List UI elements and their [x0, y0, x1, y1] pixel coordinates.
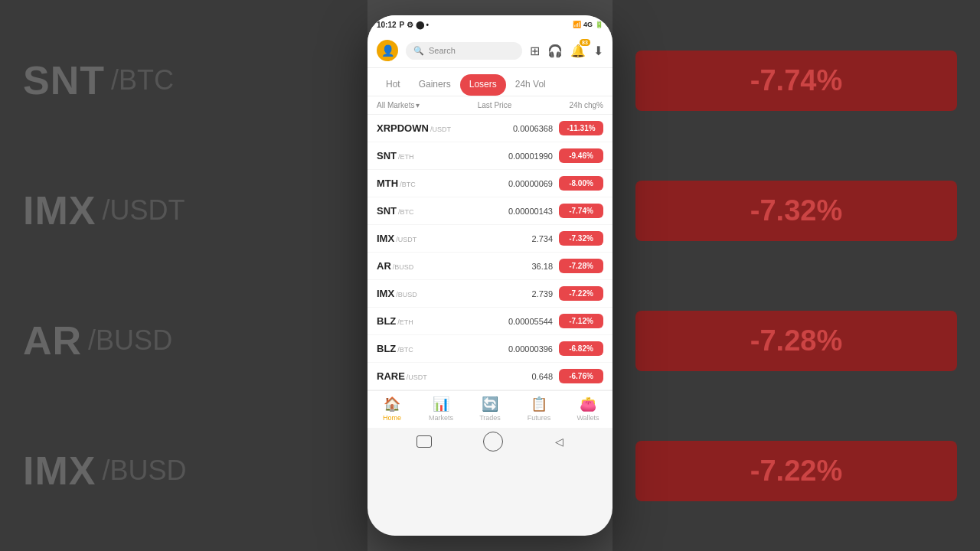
change-badge-2: -8.00% — [559, 176, 603, 191]
notification-count: 83 — [580, 39, 590, 46]
coin-name-6: IMX — [377, 288, 394, 299]
nav-item-markets[interactable]: 📊 Markets — [416, 396, 466, 422]
status-bar: 10:12 P ⚙ ⬤ • 📶 4G 🔋 — [368, 15, 612, 34]
nav-item-home[interactable]: 🏠 Home — [368, 396, 416, 422]
coin-name-7: BLZ — [377, 315, 396, 327]
last-price-1: 0.00001990 — [492, 152, 553, 161]
bg-left-item-3: AR /BUSD — [23, 318, 345, 364]
coin-pair-1: /ETH — [398, 153, 414, 161]
last-price-4: 2.734 — [492, 234, 553, 243]
market-row-7[interactable]: BLZ /ETH 0.00005544 -7.12% — [368, 308, 612, 335]
all-markets-label: All Markets — [377, 101, 414, 109]
bg-right-badge-4: -7.22% — [635, 441, 957, 501]
coin-pair-2: /BTC — [400, 181, 416, 188]
market-row-0[interactable]: XRPDOWN /USDT 0.0006368 -11.31% — [368, 115, 612, 142]
notification-bell[interactable]: 🔔 83 — [570, 44, 586, 58]
bg-left-item-2: IMX /USDT — [23, 187, 345, 233]
coin-pair-8: /BTC — [397, 346, 413, 354]
status-battery: 🔋 — [595, 21, 603, 28]
market-row-1[interactable]: SNT /ETH 0.00001990 -9.46% — [368, 142, 612, 170]
market-row-8[interactable]: BLZ /BTC 0.00000396 -6.82% — [368, 335, 612, 363]
coin-info-2: MTH /BTC — [377, 178, 492, 189]
tab-24hvol[interactable]: 24h Vol — [506, 74, 555, 96]
change-badge-3: -7.74% — [559, 204, 603, 218]
search-icon: 🔍 — [413, 46, 424, 56]
last-price-9: 0.648 — [492, 372, 553, 381]
coin-info-6: IMX /BUSD — [377, 288, 492, 299]
all-markets-filter[interactable]: All Markets ▾ — [377, 101, 420, 109]
phone-bottom-bar: ◁ — [368, 428, 612, 455]
coin-info-7: BLZ /ETH — [377, 315, 492, 327]
bg-left-item-1: SNT /BTC — [23, 57, 345, 103]
bg-right-badge-2: -7.32% — [635, 181, 957, 241]
change-badge-0: -11.31% — [559, 121, 603, 135]
last-price-0: 0.0006368 — [492, 124, 553, 133]
chevron-down-icon: ▾ — [416, 101, 420, 109]
tab-hot[interactable]: Hot — [377, 74, 410, 96]
tab-losers[interactable]: Losers — [460, 74, 506, 96]
recent-button[interactable]: ◁ — [555, 435, 564, 448]
market-row-6[interactable]: IMX /BUSD 2.739 -7.22% — [368, 280, 612, 308]
nav-item-wallets[interactable]: 👛 Wallets — [564, 396, 612, 422]
last-price-2: 0.00000069 — [492, 179, 553, 188]
tab-gainers[interactable]: Gainers — [410, 74, 460, 96]
coin-info-3: SNT /BTC — [377, 205, 492, 217]
nav-label-home: Home — [383, 414, 401, 422]
sub-header: All Markets ▾ Last Price 24h chg% — [368, 96, 612, 115]
market-row-2[interactable]: MTH /BTC 0.00000069 -8.00% — [368, 170, 612, 197]
headset-icon[interactable]: 🎧 — [547, 44, 563, 58]
home-button[interactable] — [483, 432, 503, 452]
bg-right-badge-3: -7.28% — [635, 311, 957, 371]
change-badge-6: -7.22% — [559, 286, 603, 301]
nav-item-trades[interactable]: 🔄 Trades — [466, 396, 514, 422]
phone-frame: 10:12 P ⚙ ⬤ • 📶 4G 🔋 👤 🔍 Search ⊞ 🎧 🔔 83… — [368, 15, 612, 536]
change-badge-5: -7.28% — [559, 259, 603, 273]
market-row-4[interactable]: IMX /USDT 2.734 -7.32% — [368, 225, 612, 253]
search-bar[interactable]: 🔍 Search — [406, 42, 522, 60]
coin-name-9: RARE — [377, 370, 405, 382]
grid-icon[interactable]: ⊞ — [530, 44, 540, 58]
nav-label-markets: Markets — [429, 414, 453, 422]
bottom-nav: 🏠 Home 📊 Markets 🔄 Trades 📋 Futures 👛 Wa… — [368, 390, 612, 428]
market-row-5[interactable]: AR /BUSD 36.18 -7.28% — [368, 253, 612, 280]
download-icon[interactable]: ⬇ — [593, 44, 603, 58]
change-badge-7: -7.12% — [559, 314, 603, 328]
last-price-7: 0.00005544 — [492, 317, 553, 326]
avatar[interactable]: 👤 — [377, 40, 398, 61]
avatar-icon: 👤 — [381, 44, 394, 57]
coin-name-2: MTH — [377, 178, 398, 189]
coin-pair-0: /USDT — [430, 126, 451, 133]
coin-name-1: SNT — [377, 150, 397, 161]
coin-info-8: BLZ /BTC — [377, 343, 492, 354]
change-badge-4: -7.32% — [559, 231, 603, 246]
nav-icon-wallets: 👛 — [580, 396, 596, 412]
coin-pair-7: /ETH — [397, 318, 413, 326]
coin-info-5: AR /BUSD — [377, 260, 492, 272]
market-row-3[interactable]: SNT /BTC 0.00000143 -7.74% — [368, 197, 612, 225]
coin-name-5: AR — [377, 260, 391, 272]
bg-left-item-4: IMX /BUSD — [23, 448, 345, 494]
nav-icon-trades: 🔄 — [482, 396, 498, 412]
coin-name-3: SNT — [377, 205, 397, 217]
coin-pair-6: /BUSD — [396, 291, 417, 298]
coin-info-4: IMX /USDT — [377, 233, 492, 244]
coin-info-1: SNT /ETH — [377, 150, 492, 161]
nav-icon-home: 🏠 — [384, 396, 400, 412]
back-button[interactable] — [416, 435, 432, 448]
last-price-5: 36.18 — [492, 262, 553, 271]
market-row-9[interactable]: RARE /USDT 0.648 -6.76% — [368, 363, 612, 390]
markets-list: XRPDOWN /USDT 0.0006368 -11.31% SNT /ETH… — [368, 115, 612, 390]
change-header: 24h chg% — [570, 101, 603, 109]
tabs-row: Hot Gainers Losers 24h Vol — [368, 68, 612, 96]
last-price-6: 2.739 — [492, 289, 553, 298]
nav-item-futures[interactable]: 📋 Futures — [514, 396, 564, 422]
coin-info-9: RARE /USDT — [377, 370, 492, 382]
coin-name-4: IMX — [377, 233, 394, 244]
coin-name-0: XRPDOWN — [377, 122, 429, 134]
coin-info-0: XRPDOWN /USDT — [377, 122, 492, 134]
nav-icon-markets: 📊 — [433, 396, 449, 412]
last-price-3: 0.00000143 — [492, 207, 553, 216]
coin-pair-5: /BUSD — [393, 263, 414, 271]
status-icons: P ⚙ ⬤ • — [400, 21, 429, 29]
nav-label-wallets: Wallets — [577, 414, 599, 422]
